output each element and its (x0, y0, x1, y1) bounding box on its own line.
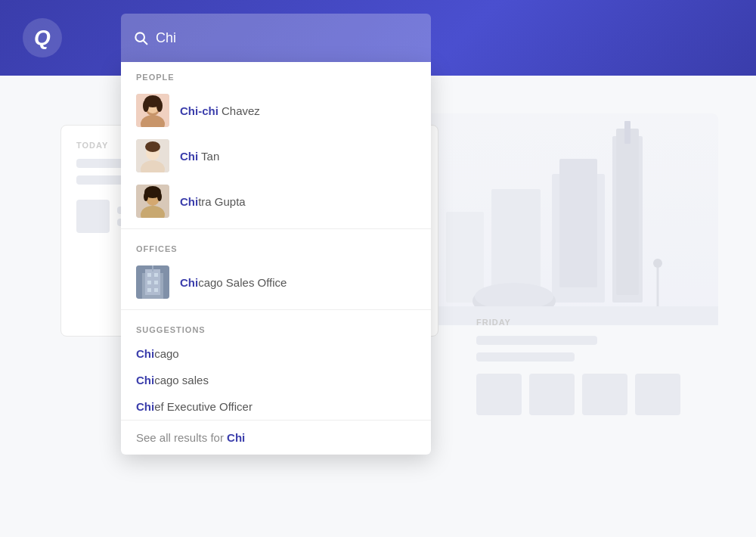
office-result-1[interactable]: Chicago Sales Office (121, 259, 431, 305)
person-result-2[interactable]: Chi Tan (121, 133, 431, 178)
svg-rect-35 (147, 273, 151, 277)
svg-point-25 (145, 141, 160, 152)
svg-rect-41 (152, 265, 153, 272)
suggestion-3-rest: ef Executive Officer (154, 400, 253, 413)
skeleton-avatar-1 (76, 200, 110, 233)
avatar-chichi (136, 94, 169, 127)
see-all-highlight: Chi (227, 431, 245, 444)
suggestion-2-highlight: Chi (136, 374, 154, 386)
person-3-highlight: Chi (180, 195, 198, 208)
office-1-name: Chicago Sales Office (180, 276, 287, 289)
person-1-highlight: Chi-chi (180, 104, 218, 117)
person-result-1[interactable]: Chi-chi Chavez (121, 88, 431, 133)
svg-rect-40 (154, 288, 158, 292)
search-input[interactable] (156, 30, 419, 46)
friday-sq-3 (582, 374, 627, 415)
svg-rect-3 (624, 121, 631, 144)
avatar-chitra (136, 185, 169, 218)
person-1-rest: Chavez (218, 104, 260, 117)
svg-rect-2 (616, 129, 639, 295)
svg-rect-36 (154, 273, 158, 277)
suggestion-2[interactable]: Chicago sales (121, 367, 431, 393)
offices-section-header: OFFICES (121, 234, 431, 259)
suggestion-2-rest: cago sales (154, 374, 209, 386)
friday-sq-1 (476, 374, 522, 415)
svg-point-30 (144, 192, 148, 201)
people-divider (121, 228, 431, 229)
svg-rect-7 (446, 212, 484, 303)
see-all-results[interactable]: See all results for Chi (121, 420, 431, 455)
suggestion-1-rest: cago (154, 347, 179, 360)
friday-sq-2 (529, 374, 575, 415)
friday-label: FRIDAY (476, 318, 680, 327)
person-result-3[interactable]: Chitra Gupta (121, 178, 431, 224)
suggestions-section-header: SUGGESTIONS (121, 315, 431, 340)
office-1-highlight: Chi (180, 276, 198, 289)
friday-squares (476, 374, 680, 415)
svg-rect-5 (559, 159, 597, 287)
office-avatar-chicago (136, 265, 169, 299)
svg-point-9 (475, 283, 553, 310)
search-dropdown: PEOPLE Chi-chi Chavez (121, 62, 431, 455)
person-2-highlight: Chi (180, 150, 198, 163)
svg-rect-39 (147, 288, 151, 292)
person-3-name: Chitra Gupta (180, 195, 246, 208)
suggestion-1-highlight: Chi (136, 347, 154, 360)
office-1-rest: cago Sales Office (198, 276, 287, 289)
app-logo[interactable]: Q (23, 18, 62, 57)
search-bar[interactable] (121, 14, 431, 62)
offices-divider (121, 309, 431, 310)
person-2-rest: Tan (198, 150, 219, 163)
friday-section: FRIDAY (476, 318, 680, 415)
svg-point-11 (653, 259, 662, 268)
people-section-header: PEOPLE (121, 62, 431, 88)
suggestion-3-highlight: Chi (136, 400, 154, 413)
search-icon (133, 30, 148, 45)
see-all-prefix: See all results for (136, 431, 227, 444)
svg-line-14 (144, 41, 147, 45)
svg-point-20 (143, 100, 149, 112)
suggestion-3[interactable]: Chief Executive Officer (121, 393, 431, 420)
person-1-name: Chi-chi Chavez (180, 104, 260, 117)
search-container: PEOPLE Chi-chi Chavez (121, 14, 431, 455)
svg-point-21 (156, 100, 163, 112)
suggestion-1[interactable]: Chicago (121, 340, 431, 367)
svg-rect-38 (154, 281, 158, 284)
svg-point-31 (157, 192, 162, 201)
person-3-rest: tra Gupta (198, 195, 246, 208)
person-2-name: Chi Tan (180, 150, 219, 163)
avatar-chitan (136, 139, 169, 172)
friday-bar-1 (476, 336, 597, 345)
friday-bar-2 (476, 352, 575, 362)
svg-rect-37 (147, 281, 151, 284)
friday-sq-4 (635, 374, 680, 415)
